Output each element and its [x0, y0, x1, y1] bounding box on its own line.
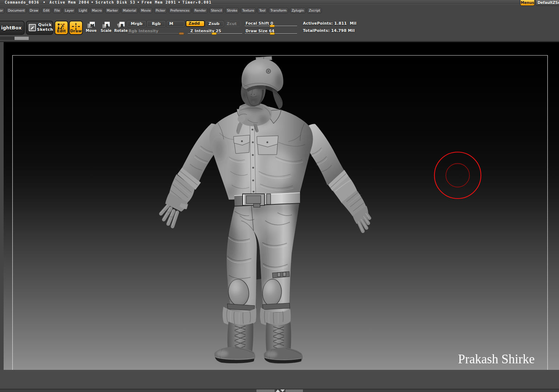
svg-text:R: R [120, 23, 123, 28]
active-points-label: ActivePoints: [303, 21, 333, 25]
menu-item[interactable]: File [53, 8, 62, 13]
title-bar: Commando_0036•Active Mem 2004•Scratch Di… [0, 0, 559, 5]
timer-value: 0.001 [198, 0, 212, 4]
svg-text:M: M [90, 23, 94, 28]
rgb-intensity-track [128, 33, 185, 34]
bullet-separator: • [176, 0, 182, 4]
menu-item[interactable]: Zplugin [290, 8, 306, 13]
slider-label-text: Rgb Intensity [129, 29, 158, 33]
zcut-button[interactable]: Zcut [224, 21, 241, 27]
menu-item[interactable]: or [0, 8, 5, 13]
menu-item[interactable]: Transform [268, 8, 288, 13]
rgb-intensity-handle[interactable] [179, 32, 184, 35]
rgb-button[interactable]: Rgb [147, 21, 166, 27]
menu-item[interactable]: Material [121, 8, 138, 13]
document-scrollbar-thumb[interactable] [15, 37, 29, 40]
menu-item[interactable]: Document [6, 8, 27, 13]
menu-item[interactable]: Stencil [209, 8, 224, 13]
menu-item[interactable]: Layer [63, 8, 76, 13]
slider-label-text: Draw Size [246, 29, 268, 33]
tray-divider-texture[interactable] [256, 389, 275, 392]
move-icon: M [87, 22, 96, 28]
total-points-unit: Mil [348, 28, 355, 33]
menu-item[interactable]: Texture [240, 8, 256, 13]
zsub-button[interactable]: Zsub [206, 21, 224, 27]
edit-label: Edit [55, 29, 68, 33]
tray-divider-texture[interactable] [285, 389, 303, 392]
focal-shift-label: Focal Shift 0 [246, 21, 273, 25]
rotate-label: Rotate [114, 29, 128, 33]
timer-label: Timer [182, 0, 196, 4]
menu-item[interactable]: Draw [28, 8, 40, 13]
move-label: Move [86, 29, 97, 33]
z-intensity-slider[interactable]: Z Intensity 25 [188, 28, 242, 34]
menu-item[interactable]: Movie [139, 8, 153, 13]
slider-label-text: Focal Shift [246, 21, 269, 25]
menu-item[interactable]: Marker [105, 8, 120, 13]
lightbox-label: ightBox [1, 25, 21, 30]
mrgb-button[interactable]: Mrgb [127, 21, 146, 27]
draw-size-slider[interactable]: Draw Size 64 [245, 28, 297, 34]
stat-free-mem-value: 2091 [166, 0, 176, 4]
rotate-icon: R [117, 22, 125, 28]
stat-scratch-disk-value: 53 [130, 0, 135, 4]
quick-sketch-button[interactable]: QuickSketch [26, 21, 53, 35]
artist-signature: Prakash Shirke [458, 352, 535, 367]
tray-down-arrow-icon[interactable] [280, 389, 285, 392]
svg-text:S: S [106, 23, 109, 28]
stat-active-mem-label: Active Mem [49, 0, 76, 4]
menu-item[interactable]: Macro [90, 8, 104, 13]
slider-value: 25 [216, 29, 221, 33]
menu-item[interactable]: Stroke [225, 8, 239, 13]
z-intensity-label: Z Intensity 25 [190, 29, 221, 33]
menu-item[interactable]: Tool [257, 8, 267, 13]
bottom-tray-divider[interactable] [256, 389, 303, 392]
rgb-intensity-label: Rgb Intensity [129, 29, 158, 33]
focal-shift-slider[interactable]: Focal Shift 0 [245, 21, 297, 26]
draw-size-handle[interactable] [270, 32, 275, 35]
commando-sculpt [161, 56, 369, 364]
spacer [76, 0, 78, 4]
stat-free-mem-label: Free Mem [142, 0, 163, 4]
rgb-intensity-slider[interactable]: Rgb Intensity [128, 28, 185, 34]
brush-icon [29, 24, 36, 31]
scale-button[interactable]: S Scale [99, 22, 113, 33]
slider-label-text: Z Intensity [190, 29, 214, 33]
quick-sketch-line2: Sketch [37, 27, 53, 32]
total-points-value: 14.798 [331, 28, 347, 33]
menu-item[interactable]: Render [193, 8, 208, 13]
quick-sketch-line1: Quick [38, 23, 52, 27]
bullet-separator: • [89, 0, 96, 4]
lightbox-button[interactable]: ightBox [0, 21, 25, 35]
document-scrollbar[interactable] [0, 37, 29, 40]
draw-label: Draw [70, 29, 82, 33]
rotate-button[interactable]: R Rotate [114, 22, 128, 33]
z-intensity-handle[interactable] [211, 32, 217, 35]
edit-button[interactable]: Edit [54, 21, 68, 35]
draw-button[interactable]: Draw [69, 21, 83, 35]
focal-shift-handle[interactable] [270, 25, 275, 27]
brush-glyph [29, 25, 35, 30]
bottom-bar [0, 370, 559, 392]
menu-item[interactable]: Picker [154, 8, 167, 13]
timer-arrow-icon: ▸ [196, 0, 198, 4]
bullet-separator: • [135, 0, 142, 4]
spacer [163, 0, 165, 4]
move-button[interactable]: M Move [84, 22, 98, 33]
quick-sketch-label: QuickSketch [37, 23, 53, 32]
active-points-readout: ActivePoints: 1.811 Mil [303, 21, 356, 25]
scale-icon: S [102, 22, 110, 28]
active-points-unit: Mil [350, 21, 357, 25]
zbrush-window: Commando_0036•Active Mem 2004•Scratch Di… [0, 0, 559, 392]
scale-label: Scale [101, 29, 112, 33]
active-points-value: 1.811 [334, 21, 347, 25]
menu-item[interactable]: Zscript [307, 8, 322, 13]
tray-up-arrow-icon[interactable] [276, 389, 280, 392]
menu-item[interactable]: Preferences [169, 8, 191, 13]
zadd-button[interactable]: Zadd [186, 20, 205, 27]
toolbar: ightBox QuickSketch Edit [0, 16, 559, 42]
menu-item[interactable]: Light [77, 8, 89, 13]
document-canvas[interactable]: Prakash Shirke [0, 42, 559, 370]
m-button[interactable]: M [166, 21, 185, 27]
menu-item[interactable]: Edit [41, 8, 51, 13]
